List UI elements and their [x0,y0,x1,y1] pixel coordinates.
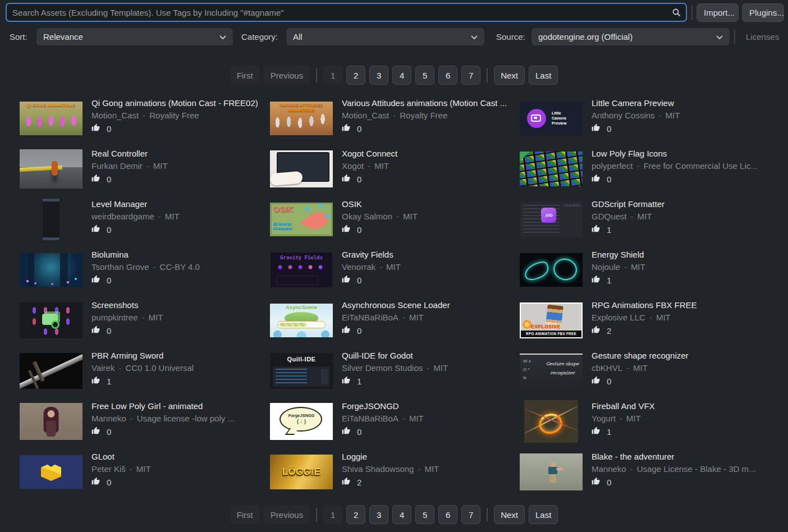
thumb-cap: QI GONG ANIMATIONS [20,103,83,108]
thumbnail-art-energy [520,253,583,287]
asset-thumbnail: OSIK3D Inverse Kinematics [270,198,333,241]
thumb-gdicon: .GD [541,208,556,223]
pagination-previous-button[interactable]: Previous [264,66,310,85]
asset-item[interactable]: EXPLOSIVERPG ANIMATION FBX FREERPG Anima… [520,295,780,346]
filter-bar: Sort: Relevance Category: All Source: go… [0,28,788,45]
thumbs-up-icon [342,376,350,387]
asset-license: Royalty Free [400,111,447,120]
pagination-last-button[interactable]: Last [529,505,558,524]
asset-item[interactable]: PBR Arming SwordVairek-CC0 1.0 Universal… [20,346,270,396]
pagination-page-4[interactable]: 4 [392,66,411,85]
plugins-button[interactable]: Plugins... [742,3,784,22]
pagination-page-5[interactable]: 5 [415,66,434,85]
pagination-page-7[interactable]: 7 [461,66,480,85]
asset-author: Venorrak [342,262,375,272]
thumbnail-art-quill: Quill-IDE [270,353,333,389]
asset-license: MIT [666,111,680,120]
pagination-previous-button[interactable]: Previous [264,505,310,524]
asset-info: ForgeJSONGDEiTaNBaRiBoA-MIT0 [342,400,513,438]
asset-license: MIT [656,313,671,322]
asset-item[interactable]: GLootPeter Kiš-MIT0 [20,447,270,497]
sort-select[interactable]: Relevance [36,28,233,45]
asset-item[interactable]: Screenshotspumpkintree-MIT0 [20,295,270,346]
asset-item[interactable]: ForgeJSNGD{ ↓ }ForgeJSONGDEiTaNBaRiBoA-M… [270,396,520,447]
pagination-next-button[interactable]: Next [494,505,525,524]
like-count: 0 [357,276,361,285]
pagination-page-1[interactable]: 1 [323,66,342,85]
asset-item[interactable]: Fireball And VFXYogurt-MIT1 [520,396,780,447]
pagination-page-5[interactable]: 5 [415,505,434,524]
search-icon[interactable] [669,8,684,17]
asset-item[interactable]: VARIOUS ATTITUDES ANIMATIONSVarious Atti… [270,93,520,144]
thumbnail-art-qigong: QI GONG ANIMATIONS [20,102,83,135]
asset-item[interactable]: Quill-IDEQuill-IDE for GodotSilver Demon… [270,346,520,396]
author-license-separator: - [146,161,149,171]
thumbnail-art-gravity: Gravity Fields [270,252,333,288]
author-license-separator: - [153,262,156,272]
pagination-page-3[interactable]: 3 [369,505,388,524]
thumb-band: RPG ANIMATION FBX FREE [521,331,581,337]
asset-item[interactable]: AsyncSceneAsynchronous Scene LoaderEiTaN… [270,295,520,346]
asset-meta: Explosive LLC-MIT [592,311,773,324]
pagination-last-button[interactable]: Last [529,66,558,85]
asset-item[interactable]: Energy ShieldNojoule-MIT1 [520,245,780,295]
asset-item[interactable]: Gesture shaperecognizerW x O * NGesture … [520,346,780,396]
pagination-page-6[interactable]: 6 [438,66,457,85]
like-count: 1 [107,377,111,386]
asset-item[interactable]: OSIK3D Inverse KinematicsOSIKOkay Salmon… [270,194,520,245]
asset-item[interactable]: Xogot ConnectXogot-MIT0 [270,144,520,194]
thumbs-up-icon [592,224,600,235]
category-select[interactable]: All [286,28,484,45]
asset-item[interactable]: Level Managerweirdbeardgame-MIT0 [20,194,270,245]
asset-thumbnail: VARIOUS ATTITUDES ANIMATIONS [270,97,333,140]
asset-title: Gesture shape recognizer [592,350,773,362]
divider [734,30,735,44]
asset-item[interactable]: QI GONG ANIMATIONSQi Gong animations (Mo… [20,93,270,144]
author-license-separator: - [620,414,622,423]
pagination-page-2[interactable]: 2 [346,66,365,85]
asset-license: Free for Commercial Use Lic... [643,161,757,171]
asset-item[interactable]: BioluminaTsorthan Grove-CC-BY 4.00 [20,245,270,295]
pagination-page-2[interactable]: 2 [346,505,365,524]
pagination-first-button[interactable]: First [230,66,260,85]
asset-likes: 1 [91,375,263,387]
source-select[interactable]: godotengine.org (Official) [532,28,730,45]
pagination-page-7[interactable]: 7 [461,505,480,524]
pagination-page-6[interactable]: 6 [438,505,457,524]
asset-license: MIT [409,414,424,423]
thumb-badge [527,109,546,128]
author-license-separator: - [379,262,382,272]
asset-author: Tsorthan Grove [91,262,149,272]
asset-item[interactable]: Gravity FieldsGravity FieldsVenorrak-MIT… [270,245,520,295]
thumb-head [551,462,556,467]
asset-likes: 0 [592,375,773,387]
asset-item[interactable]: Free Low Poly Girl - animatedManneko-Usa… [20,396,270,447]
thumbnail-art-levelmgr [20,198,83,241]
asset-title: Qi Gong animations (Motion Cast - FREE02… [91,97,263,109]
pagination-first-button[interactable]: First [230,505,260,524]
pagination-next-button[interactable]: Next [494,66,525,85]
asset-license: MIT [374,161,389,171]
licenses-link[interactable]: Licenses [746,28,779,45]
author-license-separator: - [402,414,405,423]
search-input[interactable] [7,8,669,17]
pagination-page-4[interactable]: 4 [392,505,411,524]
asset-item[interactable]: Blake - the adventurerManneko-Usage Lice… [520,447,780,497]
asset-thumbnail [20,350,83,392]
thumb-code [273,366,330,387]
asset-item[interactable]: Little Camera PreviewLittle Camera Previ… [520,93,780,144]
asset-thumbnail [20,400,83,443]
asset-license: MIT [403,212,418,221]
asset-item[interactable]: LÖGGIELoggieShiva Shadowsong-MIT2 [270,447,520,497]
pagination-page-3[interactable]: 3 [369,66,388,85]
asset-item[interactable]: .GDGDQUESTGDScript FormatterGDQuest-MIT1 [520,194,780,245]
asset-author: GDQuest [592,212,627,221]
asset-thumbnail: ForgeJSNGD{ ↓ } [270,400,333,443]
asset-info: GLootPeter Kiš-MIT0 [91,451,263,488]
pagination-page-1[interactable]: 1 [323,505,342,524]
asset-likes: 0 [592,122,773,135]
author-license-separator: - [393,111,396,120]
asset-item[interactable]: Low Poly Flag Iconspolyperfect-Free for … [520,144,780,194]
asset-item[interactable]: Real ControllerFurkan Demir-MIT0 [20,144,270,194]
import-button[interactable]: Import... [697,3,739,22]
